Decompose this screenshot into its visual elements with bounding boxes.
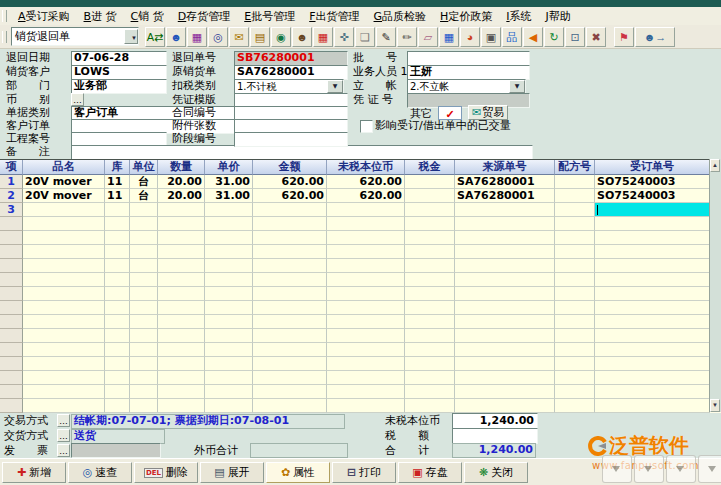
return-date-field[interactable]: 07-06-28 xyxy=(71,51,167,66)
grid-cell[interactable] xyxy=(455,385,555,399)
grid-cell[interactable] xyxy=(105,315,130,329)
quick-search-button[interactable]: ◎速查 xyxy=(68,462,132,483)
grid-cell[interactable] xyxy=(105,371,130,385)
grid-cell[interactable] xyxy=(23,399,105,413)
grid-cell[interactable] xyxy=(405,399,455,413)
row-number[interactable] xyxy=(0,217,23,231)
grid-cell[interactable] xyxy=(105,343,130,357)
grid-cell[interactable] xyxy=(555,343,595,357)
grid-cell[interactable]: 20V mover xyxy=(23,189,105,203)
row-number[interactable]: 1 xyxy=(0,175,23,189)
grid-cell[interactable]: 620.00 xyxy=(327,189,405,203)
row-number[interactable] xyxy=(0,371,23,385)
new-button[interactable]: ✚新增 xyxy=(2,462,66,483)
grid-cell[interactable] xyxy=(253,371,327,385)
grid-cell[interactable]: 20.00 xyxy=(158,175,205,189)
column-header[interactable]: 来源单号 xyxy=(455,160,555,175)
column-header[interactable]: 税金 xyxy=(405,160,455,175)
grid-cell[interactable] xyxy=(253,343,327,357)
grid-cell[interactable] xyxy=(130,315,158,329)
grid-cell[interactable]: 20V mover xyxy=(23,175,105,189)
currency-ellipsis-icon[interactable]: … xyxy=(71,93,84,106)
grid-cell[interactable] xyxy=(555,287,595,301)
grid-cell[interactable] xyxy=(455,273,555,287)
grid-cell[interactable] xyxy=(205,343,253,357)
grid-cell[interactable] xyxy=(130,259,158,273)
grid-cell[interactable] xyxy=(130,273,158,287)
grid-cell[interactable] xyxy=(205,231,253,245)
grid-cell[interactable] xyxy=(327,301,405,315)
grid-cell[interactable] xyxy=(555,231,595,245)
print-button[interactable]: ⊟打印 xyxy=(332,462,396,483)
org-chart-icon[interactable]: 品 xyxy=(502,27,522,47)
expand-button[interactable]: ▤展开 xyxy=(200,462,264,483)
grid-cell[interactable] xyxy=(595,245,710,259)
tax-amount-field[interactable] xyxy=(452,428,538,444)
grid-cell[interactable]: SA76280001 xyxy=(455,175,555,189)
grid-cell[interactable]: 台 xyxy=(130,175,158,189)
affect-orders-checkbox[interactable] xyxy=(360,120,373,133)
close-button[interactable]: ❋关闭 xyxy=(464,462,528,483)
trade-button[interactable]: ✉贸易 xyxy=(468,105,508,120)
grid-cell[interactable] xyxy=(158,371,205,385)
grid-cell[interactable] xyxy=(23,231,105,245)
other-check-icon[interactable]: ✓ xyxy=(438,106,462,120)
grid-cell[interactable]: SO75240003 xyxy=(595,189,710,203)
row-number[interactable]: 3 xyxy=(0,203,23,217)
pen-info-icon[interactable]: ✏ xyxy=(397,27,417,47)
properties-button[interactable]: ✿属性 xyxy=(266,462,330,483)
grid-cell[interactable] xyxy=(327,203,405,217)
grid-cell[interactable] xyxy=(327,343,405,357)
pin-icon[interactable]: ✜ xyxy=(334,27,354,47)
grid-cell[interactable] xyxy=(158,203,205,217)
grid-scrollbar[interactable]: ▲ ▼ xyxy=(709,159,721,412)
grid-cell[interactable] xyxy=(205,301,253,315)
grid-cell[interactable] xyxy=(595,385,710,399)
grid-cell[interactable] xyxy=(130,399,158,413)
grid-cell[interactable] xyxy=(405,329,455,343)
account-dropdown-icon[interactable]: ▼ xyxy=(509,80,525,93)
grid-cell[interactable] xyxy=(158,273,205,287)
grid-cell[interactable] xyxy=(595,259,710,273)
grid-cell[interactable] xyxy=(105,301,130,315)
grid-cell[interactable] xyxy=(253,203,327,217)
grid-cell[interactable] xyxy=(105,217,130,231)
row-number[interactable] xyxy=(0,329,23,343)
tax-category-dropdown-icon[interactable]: ▼ xyxy=(327,80,343,93)
column-header[interactable]: 受订单号 xyxy=(595,160,710,175)
grid-cell[interactable] xyxy=(253,217,327,231)
grid-cell[interactable] xyxy=(23,217,105,231)
close-icon[interactable]: ✖ xyxy=(586,27,606,47)
row-number[interactable] xyxy=(0,385,23,399)
grid-cell[interactable] xyxy=(253,385,327,399)
grid-cell[interactable] xyxy=(23,343,105,357)
grid-cell[interactable] xyxy=(130,203,158,217)
stage-no-field[interactable] xyxy=(234,132,348,147)
menu-item[interactable]: F出货管理 xyxy=(302,8,366,25)
grid-cell[interactable] xyxy=(23,371,105,385)
grid-cell[interactable]: SA76280001 xyxy=(455,189,555,203)
row-number[interactable] xyxy=(0,315,23,329)
grid-cell[interactable] xyxy=(253,287,327,301)
grid-cell[interactable] xyxy=(405,287,455,301)
grid-cell[interactable] xyxy=(405,259,455,273)
customer-field[interactable]: LOWS xyxy=(71,65,167,80)
grid-cell[interactable] xyxy=(253,399,327,413)
grid-cell[interactable] xyxy=(327,273,405,287)
grid-cell[interactable] xyxy=(205,315,253,329)
grid-cell[interactable] xyxy=(158,343,205,357)
grid-cell[interactable] xyxy=(158,301,205,315)
column-header[interactable]: 品名 xyxy=(23,160,105,175)
column-header[interactable]: 配方号 xyxy=(555,160,595,175)
pie-chart-icon[interactable]: ◕ xyxy=(460,27,480,47)
scroll-up-icon[interactable]: ▲ xyxy=(710,159,720,172)
grid-cell[interactable] xyxy=(205,371,253,385)
keypad-icon[interactable]: ▦ xyxy=(313,27,333,47)
grid-cell[interactable] xyxy=(327,399,405,413)
grid-cell[interactable] xyxy=(595,287,710,301)
grid-cell[interactable] xyxy=(555,329,595,343)
grid-cell[interactable] xyxy=(205,399,253,413)
grid-cell[interactable] xyxy=(130,231,158,245)
grid-cell[interactable] xyxy=(105,399,130,413)
menu-item[interactable]: G品质检验 xyxy=(367,8,434,25)
